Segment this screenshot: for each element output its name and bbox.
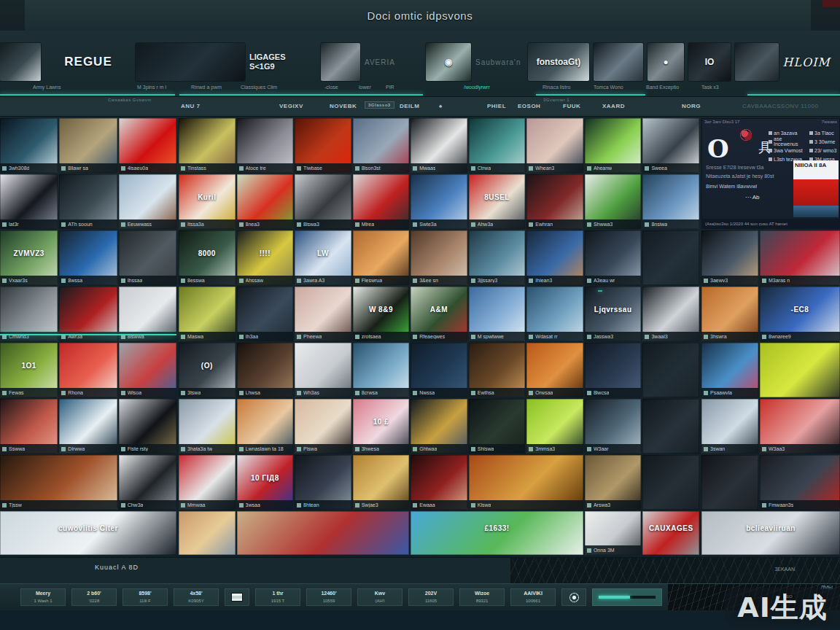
thumbnail[interactable]: Wh3as (295, 343, 351, 397)
thumbnail[interactable]: LW3awra A3 (295, 230, 351, 285)
thumbnail[interactable] (760, 343, 840, 397)
tab-novebk[interactable]: NOVEBK (330, 103, 357, 109)
toolbar-caption[interactable]: lower (359, 85, 371, 90)
thumbnail[interactable]: Ghtwaa (411, 399, 467, 454)
thumbnail[interactable]: 3aewv3 (701, 230, 758, 285)
thumbnail[interactable]: Atoce tre (237, 118, 294, 173)
bird-thumb[interactable] (0, 43, 41, 81)
thumbnail[interactable] (642, 230, 699, 285)
thumbnail[interactable]: 3&ee sn (411, 230, 467, 285)
toolbar-caption[interactable]: Task x3 (701, 85, 719, 90)
thumbnail[interactable]: Chw3a (119, 455, 176, 510)
thumbnail[interactable]: W3aar (585, 399, 642, 454)
thumbnail[interactable]: Shwwa3 (585, 174, 642, 229)
toolbar-caption[interactable]: M 3pins r m l (137, 85, 166, 90)
thumbnail[interactable]: !!!!Ahssaw (237, 230, 294, 285)
thumbnail[interactable]: 3swan (701, 399, 758, 454)
stat-chip[interactable]: 202V11605 (408, 588, 454, 606)
panel-list-item[interactable]: 3wa Vwmost (769, 146, 806, 155)
thumbnail[interactable]: Dlrwwa (59, 399, 117, 454)
thumbnail[interactable]: Eeuwwass (119, 174, 176, 229)
progress-chip[interactable] (592, 588, 662, 606)
tab-norg[interactable]: NORG (682, 103, 701, 109)
thumbnail[interactable]: Awr3a (59, 287, 117, 341)
figure-thumb[interactable] (594, 43, 643, 81)
thumbnail[interactable]: Onna 3M (585, 511, 642, 555)
thumbnail[interactable]: CAUXAGES (642, 511, 699, 555)
thumbnail[interactable]: 4isaeu0a (119, 118, 176, 173)
thumbnail[interactable]: KurilItssa3a (179, 174, 236, 229)
thumbnail[interactable]: 8lswwa (119, 287, 176, 341)
tab-vegixv[interactable]: VEGIXV (279, 103, 303, 109)
thumbnail[interactable]: A3eau wr (585, 230, 642, 285)
thumbnail[interactable]: Maswa (179, 287, 236, 341)
thumbnail[interactable]: A&MRfeaeqwes (411, 287, 467, 341)
tab-eosoh[interactable]: EOSOH (518, 103, 540, 109)
thumbnail[interactable] (237, 511, 410, 555)
qr-thumb[interactable] (321, 43, 360, 81)
thumbnail[interactable] (642, 343, 699, 397)
thumbnail[interactable]: Wdasat rr (526, 287, 583, 341)
thumbnail[interactable]: 10 £3hwesa (353, 399, 410, 454)
emblem-thumb[interactable]: ◉ (426, 43, 471, 81)
flag-chip[interactable] (225, 588, 249, 606)
thumbnail[interactable]: ATh sooun (59, 174, 117, 229)
tab-phiel[interactable]: PHIEL (487, 103, 506, 109)
thumbnail[interactable]: 3hata3a tw (179, 399, 236, 454)
toolbar-caption[interactable]: -close (324, 85, 338, 90)
thumbnail[interactable]: 10 ΓIД83wsaa (237, 455, 294, 510)
thumbnail[interactable]: Sweea (642, 118, 699, 173)
thumbnail[interactable] (179, 511, 236, 555)
toolbar-two-line-label[interactable]: LIGAGESS<1G9 (249, 43, 316, 81)
thumbnail[interactable]: Psaawvla (701, 343, 758, 397)
stat-chip[interactable]: 1 thr1915 T (255, 588, 300, 606)
stat-chip[interactable]: 12460'10559 (306, 588, 351, 606)
thumbnail[interactable] (642, 399, 699, 454)
io-thumb[interactable]: IO (688, 43, 731, 81)
thumbnail[interactable]: Piswa (295, 399, 351, 454)
thumbnail[interactable]: 8nsiwa (642, 174, 699, 229)
thumbnail[interactable]: Mmwaa (179, 455, 236, 510)
thumbnail[interactable]: Whean3 (526, 118, 583, 173)
thumbnail[interactable]: W 8&9zrotsaea (353, 287, 410, 341)
toolbar-caption[interactable]: /woodlyrwrr (464, 85, 490, 90)
thumbnail[interactable]: Pheewa (295, 287, 351, 341)
thumbnail[interactable]: Ihssaa (119, 230, 176, 285)
thumbnail[interactable]: M spwtwwe (469, 287, 526, 341)
thumbnail[interactable]: 3waal3 (642, 287, 699, 341)
thumbnail[interactable]: Ewaaa (411, 455, 467, 510)
thumbnail[interactable]: 8htean (295, 455, 351, 510)
thumbnail[interactable]: Swjae3 (353, 455, 410, 510)
thumbnail[interactable]: lat3r (0, 174, 58, 229)
thumbnail[interactable]: Wlsoa (119, 343, 176, 397)
thumbnail[interactable]: 3mmsa3 (526, 399, 583, 454)
tab-xaard[interactable]: XAARD (602, 103, 625, 109)
thumbnail[interactable]: Fiste rsty (119, 399, 176, 454)
thumbnail[interactable]: Aheanw (585, 118, 642, 173)
thumbnail[interactable]: Rhona (59, 343, 117, 397)
thumbnail[interactable]: Fleswrua (353, 230, 410, 285)
thumbnail[interactable]: cuwovlitis Citer (0, 511, 176, 555)
thumbnail[interactable]: Sswwa (0, 399, 58, 454)
stat-chip[interactable]: AAIVIKI100661 (510, 588, 556, 606)
tab-3glasso3[interactable]: 3Glasso3 (365, 101, 394, 109)
tab--[interactable]: ♠ (439, 103, 443, 109)
thumbnail[interactable]: bclieaviiruan (701, 511, 840, 555)
thumbnail[interactable]: 8nea3 (237, 174, 294, 229)
figure-thumb-2[interactable] (735, 43, 779, 81)
tab-fuuk[interactable]: FUUK (563, 103, 580, 109)
thumbnail[interactable]: Tjssw (0, 455, 117, 510)
stat-chip[interactable]: Meery1 Wash 1 (20, 588, 66, 606)
thumbnail[interactable]: Ctrwa (469, 118, 526, 173)
thumbnail[interactable]: Orwsaa (526, 343, 583, 397)
toolbar-caption[interactable]: PIR (386, 85, 394, 90)
thumbnail[interactable]: £1633! (411, 511, 583, 555)
toolbar-label-regue[interactable]: REGUE (45, 43, 131, 81)
thumbnail[interactable]: 3hswra (701, 287, 758, 341)
thumbnail[interactable]: Cmwnd3 (0, 287, 58, 341)
thumbnail[interactable]: (O)3tswa (179, 343, 236, 397)
panel-list-item[interactable]: 3a Tlaoc (809, 128, 839, 137)
thumbnail[interactable]: Shlswa (469, 399, 526, 454)
thumbnail[interactable]: W3aa3 (760, 399, 840, 454)
panel-list-item[interactable]: 23/ wmo3 (809, 146, 839, 155)
